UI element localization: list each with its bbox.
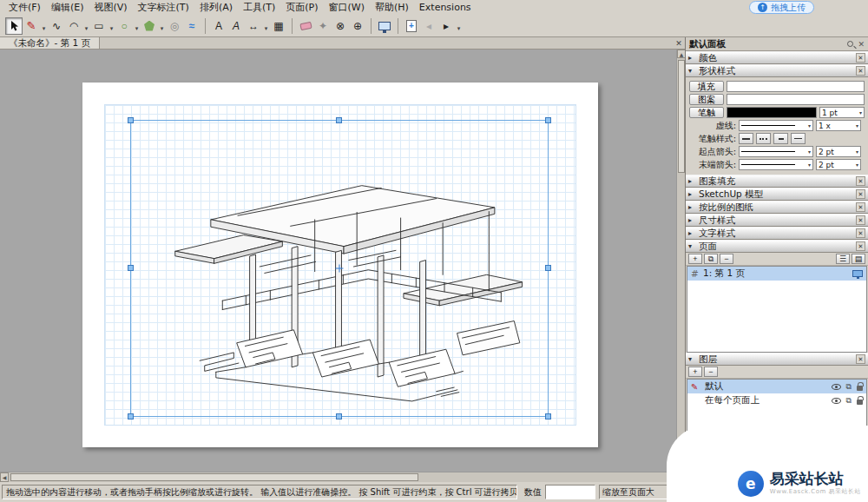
close-icon[interactable]: ✕	[856, 215, 865, 225]
stroke-join-button[interactable]	[791, 133, 806, 144]
section-pattern-fill[interactable]: ▸ 图案填充 ✕	[686, 175, 868, 188]
close-icon[interactable]: ✕	[856, 228, 865, 238]
section-dimension-style[interactable]: ▸ 尺寸样式 ✕	[686, 214, 868, 227]
vertical-scroll-thumb[interactable]	[678, 60, 685, 173]
freehand-tool[interactable]: ∿	[48, 17, 65, 35]
selection-handle[interactable]	[545, 265, 551, 271]
selection-handle[interactable]	[336, 117, 342, 123]
stroke-join-button[interactable]	[773, 133, 788, 144]
section-text-style[interactable]: ▸ 文字样式 ✕	[686, 227, 868, 240]
layer-list-item[interactable]: ✎ 默认 ⧉	[687, 380, 866, 393]
pin-icon[interactable]	[847, 41, 853, 47]
join-tool[interactable]: ⊕	[349, 17, 366, 35]
menu-edit[interactable]: 编辑(E)	[46, 0, 89, 15]
select-tool[interactable]	[5, 17, 23, 35]
close-icon[interactable]: ✕	[856, 354, 865, 364]
selection-handle[interactable]	[128, 413, 134, 419]
start-arrow-size-select[interactable]: 2 pt ▾	[816, 146, 861, 157]
selection-handle[interactable]	[545, 413, 551, 419]
section-colors[interactable]: ▸ 颜色 ✕	[686, 51, 868, 64]
end-arrow-select[interactable]: ▾	[739, 159, 813, 170]
close-icon[interactable]: ✕	[856, 241, 865, 251]
arc-dropdown-icon[interactable]: ▾	[82, 17, 90, 35]
selection-center-icon[interactable]	[336, 265, 344, 273]
presentation-tool[interactable]	[376, 17, 393, 35]
pattern-swatch[interactable]	[727, 94, 865, 105]
page-list-item[interactable]: # 1: 第 1 页	[687, 267, 866, 281]
section-scaled-drawing[interactable]: ▸ 按比例的图纸 ✕	[686, 201, 868, 214]
polygon-tool[interactable]	[141, 17, 158, 35]
stroke-width-select[interactable]: 1 pt ▾	[819, 107, 865, 118]
rectangle-dropdown-icon[interactable]: ▾	[108, 17, 115, 35]
stroke-button[interactable]: 笔触	[689, 107, 724, 118]
menu-file[interactable]: 文件(F)	[3, 0, 46, 15]
horizontal-scroll-thumb[interactable]	[10, 473, 418, 481]
menu-view[interactable]: 视图(V)	[89, 0, 132, 15]
share-icon[interactable]: ⧉	[846, 383, 852, 391]
close-icon[interactable]: ✕	[856, 66, 865, 76]
menu-extensions[interactable]: Extensions	[414, 1, 477, 14]
end-arrow-size-select[interactable]: 2 pt ▾	[816, 159, 861, 170]
circle-dropdown-icon[interactable]: ▾	[133, 17, 141, 35]
selection-handle[interactable]	[128, 265, 134, 271]
close-icon[interactable]: ✕	[856, 189, 865, 199]
arc-tool[interactable]: ◠	[65, 17, 82, 35]
section-sketchup-model[interactable]: ▸ SketchUp 模型 ✕	[686, 188, 868, 201]
section-shape-style[interactable]: ▾ 形状样式 ✕	[686, 64, 868, 77]
toolbar-overflow-icon[interactable]: ▾	[455, 17, 463, 35]
section-pages[interactable]: ▾ 页面 ✕	[686, 240, 868, 253]
selection-handle[interactable]	[336, 413, 342, 419]
dashes-select[interactable]: ▾	[739, 120, 813, 131]
prev-page-tool[interactable]: ◂	[420, 17, 437, 35]
dimension-dropdown-icon[interactable]: ▾	[262, 17, 270, 35]
close-icon[interactable]: ✕	[856, 176, 865, 186]
add-page-tool[interactable]: +	[403, 17, 420, 35]
menu-text[interactable]: 文字标注(T)	[133, 0, 194, 15]
next-page-tool[interactable]: ▸	[437, 17, 455, 35]
section-layers[interactable]: ▾ 图层 ✕	[686, 353, 868, 366]
add-layer-button[interactable]: +	[688, 367, 702, 377]
layer-list-item[interactable]: 在每个页面上 ⧉	[687, 393, 866, 407]
delete-layer-button[interactable]: −	[704, 367, 718, 377]
paper-page[interactable]	[82, 83, 598, 447]
lock-icon[interactable]	[857, 400, 863, 405]
upload-button[interactable]: ↑ 拖拽上传	[749, 1, 814, 14]
panel-titlebar[interactable]: 默认面板 ✕	[686, 37, 868, 51]
duplicate-page-button[interactable]: ⧉	[704, 254, 718, 264]
stroke-cap-button[interactable]	[756, 133, 771, 144]
share-icon[interactable]: ⧉	[846, 397, 852, 405]
eraser-tool[interactable]	[297, 17, 314, 35]
rectangle-tool[interactable]: ▭	[90, 17, 108, 35]
menu-help[interactable]: 帮助(H)	[370, 0, 414, 15]
label-tool[interactable]: A	[227, 17, 245, 35]
pattern-button[interactable]: 图案	[689, 94, 724, 105]
fill-swatch[interactable]	[727, 81, 865, 92]
split-tool[interactable]: ⊗	[332, 17, 349, 35]
close-icon[interactable]: ✕	[856, 53, 865, 63]
style-tool[interactable]: ≈	[183, 17, 201, 35]
stroke-swatch[interactable]	[727, 107, 817, 118]
tab-close-icon[interactable]: ✕	[673, 37, 685, 49]
menu-window[interactable]: 窗口(W)	[324, 0, 370, 15]
offset-tool[interactable]: ◎	[166, 17, 183, 35]
selection-handle[interactable]	[545, 117, 551, 123]
document-tab[interactable]: 《未命名》- 第 1 页	[0, 37, 100, 49]
dash-scale-select[interactable]: 1 x ▾	[816, 120, 861, 131]
close-icon[interactable]: ✕	[856, 202, 865, 212]
pencil-dropdown-icon[interactable]: ▾	[40, 17, 48, 35]
stroke-cap-button[interactable]	[739, 133, 753, 144]
start-arrow-select[interactable]: ▾	[739, 146, 813, 157]
drawing-canvas[interactable]	[0, 50, 685, 472]
selection-bounds[interactable]	[130, 120, 549, 417]
fill-button[interactable]: 填充	[689, 81, 724, 92]
eyedropper-tool[interactable]: ✦	[314, 17, 332, 35]
list-view-icon[interactable]: ☰	[836, 254, 850, 264]
menu-pages[interactable]: 页面(P)	[280, 0, 323, 15]
grid-view-icon[interactable]: ▤	[852, 254, 865, 264]
horizontal-scrollbar[interactable]: ◀ ▶	[0, 472, 676, 482]
presentation-screen-icon[interactable]	[852, 270, 863, 277]
add-page-button[interactable]: +	[688, 254, 702, 264]
visibility-icon[interactable]	[832, 384, 841, 390]
value-input[interactable]	[545, 485, 595, 499]
polygon-dropdown-icon[interactable]: ▾	[158, 17, 166, 35]
